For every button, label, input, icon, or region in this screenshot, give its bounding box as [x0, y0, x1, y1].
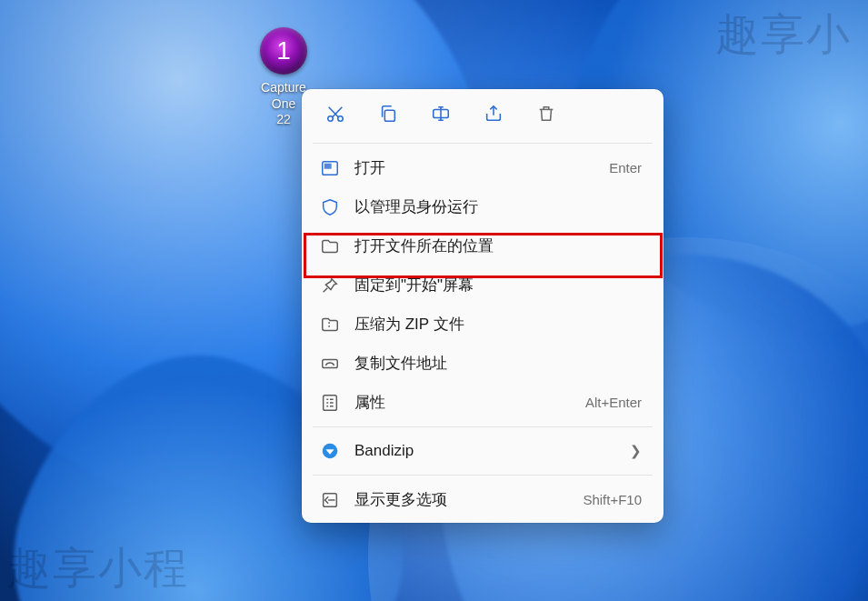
menu-item-label: 打开文件所在的位置: [354, 235, 642, 256]
share-icon[interactable]: [482, 102, 505, 125]
menu-item-label: 以管理员身份运行: [354, 196, 642, 217]
divider: [313, 475, 653, 476]
context-menu-top-bar: [302, 95, 663, 138]
menu-item-open-file-location[interactable]: 打开文件所在的位置: [309, 226, 656, 265]
menu-item-label: 显示更多选项: [354, 489, 568, 510]
open-icon: [320, 158, 340, 178]
svg-rect-2: [384, 110, 394, 121]
rename-icon[interactable]: [429, 102, 453, 125]
svg-point-0: [328, 116, 334, 122]
menu-item-label: 属性: [354, 392, 571, 413]
menu-item-label: 压缩为 ZIP 文件: [354, 314, 642, 335]
menu-item-bandizip[interactable]: Bandizip ❯: [309, 432, 656, 470]
copy-icon[interactable]: [376, 102, 400, 125]
menu-item-shortcut: Enter: [609, 160, 642, 175]
svg-point-1: [338, 116, 344, 122]
folder-icon: [320, 236, 340, 256]
show-more-icon: [320, 490, 340, 510]
zip-folder-icon: [320, 315, 340, 335]
bandizip-icon: [320, 441, 340, 461]
menu-item-open[interactable]: 打开 Enter: [309, 148, 656, 187]
path-icon: [320, 354, 340, 374]
menu-item-compress-zip[interactable]: 压缩为 ZIP 文件: [309, 305, 656, 344]
capture-one-icon: 1: [260, 27, 307, 75]
menu-item-shortcut: Alt+Enter: [585, 395, 642, 410]
properties-icon: [320, 393, 340, 413]
divider: [313, 426, 653, 427]
menu-item-shortcut: Shift+F10: [583, 492, 642, 507]
menu-item-pin-to-start[interactable]: 固定到"开始"屏幕: [309, 265, 656, 305]
menu-item-label: 固定到"开始"屏幕: [354, 275, 642, 295]
menu-item-properties[interactable]: 属性 Alt+Enter: [309, 383, 656, 422]
menu-item-show-more-options[interactable]: 显示更多选项 Shift+F10: [309, 480, 656, 519]
svg-rect-6: [323, 359, 338, 367]
context-menu: 打开 Enter 以管理员身份运行 打开文件所在的位置 固定到"开始"屏幕: [302, 89, 663, 523]
shield-icon: [320, 197, 340, 217]
menu-item-copy-path[interactable]: 复制文件地址: [309, 344, 656, 383]
svg-rect-5: [325, 164, 331, 168]
pin-icon: [320, 275, 340, 295]
menu-item-run-as-admin[interactable]: 以管理员身份运行: [309, 187, 656, 226]
chevron-right-icon: ❯: [630, 443, 642, 459]
menu-item-label: 复制文件地址: [354, 353, 642, 374]
delete-icon[interactable]: [534, 102, 558, 125]
cut-icon[interactable]: [324, 102, 347, 125]
menu-item-label: 打开: [354, 157, 594, 178]
divider: [313, 143, 653, 144]
menu-item-label: Bandizip: [354, 442, 615, 460]
